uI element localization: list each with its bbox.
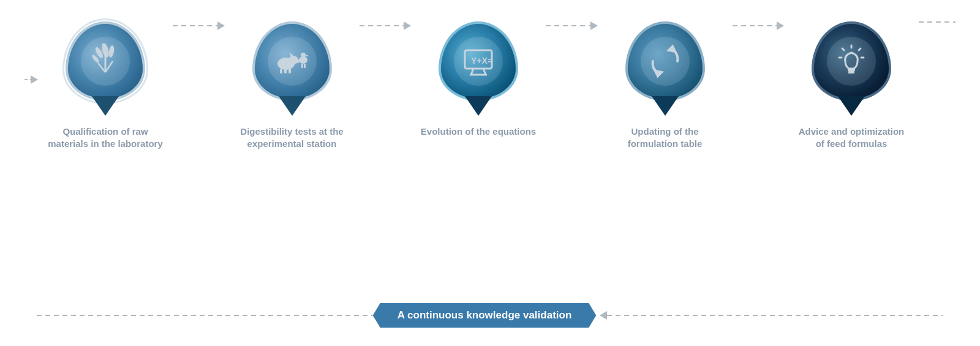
svg-rect-27: [848, 71, 854, 73]
svg-marker-16: [306, 55, 308, 57]
bottom-dashed-left: [37, 315, 373, 316]
refresh-icon: [646, 42, 685, 81]
svg-line-29: [859, 48, 861, 50]
flow-item-raw-materials: Qualification of raw materials in the la…: [38, 21, 173, 151]
svg-line-30: [842, 48, 844, 50]
svg-point-2: [108, 45, 115, 58]
svg-line-6: [105, 61, 113, 72]
connector-1: [173, 21, 225, 30]
svg-marker-24: [669, 47, 675, 51]
label-raw-materials: Qualification of raw materials in the la…: [47, 126, 164, 151]
lightbulb-icon: [832, 42, 871, 81]
bottom-dashed-right: [607, 315, 943, 316]
svg-marker-25: [655, 71, 662, 76]
connector-3: [546, 21, 598, 30]
svg-rect-18: [304, 64, 306, 68]
grain-icon: [86, 42, 125, 81]
svg-rect-11: [280, 69, 282, 73]
svg-point-10: [295, 59, 300, 63]
svg-text:Y+X=: Y+X=: [471, 56, 492, 66]
svg-line-5: [98, 63, 105, 72]
bottom-section: A continuous knowledge validation: [0, 303, 980, 328]
connector-2: [360, 21, 412, 30]
svg-rect-17: [301, 64, 303, 68]
flow-item-advice: Advice and optimization of feed formulas: [784, 21, 919, 151]
label-formulation: Updating of the formulation table: [607, 126, 723, 151]
animals-icon: [273, 42, 312, 81]
flow-item-equations: Y+X= Evolution of the equations: [411, 21, 546, 138]
label-digestibility: Digestibility tests at the experimental …: [234, 126, 350, 151]
svg-point-15: [301, 53, 306, 58]
label-advice: Advice and optimization of feed formulas: [793, 126, 910, 151]
svg-rect-13: [288, 69, 291, 73]
svg-rect-12: [284, 69, 287, 73]
label-equations: Evolution of the equations: [420, 126, 537, 138]
bottom-arrow-back: [600, 311, 607, 320]
flow-item-formulation: Updating of the formulation table: [598, 21, 733, 151]
main-container: Qualification of raw materials in the la…: [0, 0, 980, 346]
connector-4: [733, 21, 785, 30]
formula-icon: Y+X=: [459, 42, 498, 81]
svg-rect-26: [848, 69, 855, 71]
flow-item-digestibility: Digestibility tests at the experimental …: [225, 21, 360, 151]
bottom-label: A continuous knowledge validation: [373, 303, 597, 328]
